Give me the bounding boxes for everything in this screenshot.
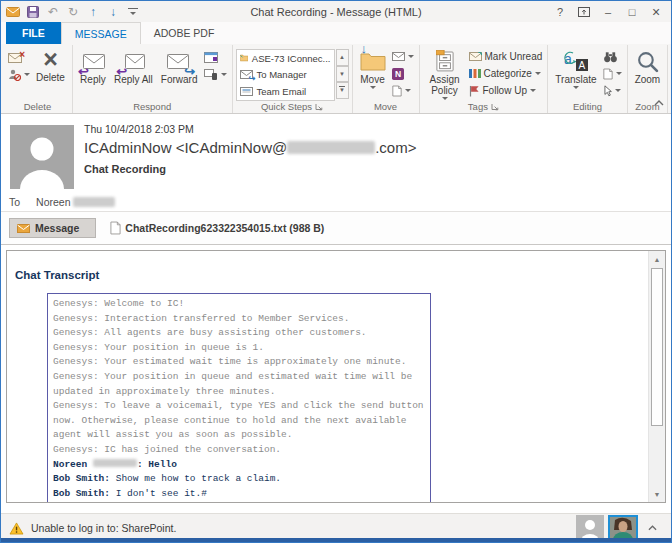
tags-dialog-launcher[interactable] — [491, 103, 499, 111]
chevron-up-icon — [648, 525, 657, 531]
window-bottom-border — [1, 538, 671, 542]
forward-button[interactable]: ↪ Forward — [157, 46, 202, 85]
to-label: To — [9, 196, 20, 208]
zoom-button[interactable]: Zoom — [631, 46, 665, 85]
body-scrollbar[interactable]: ▲ ▼ — [648, 251, 665, 502]
mail-icon — [4, 3, 22, 21]
select-button[interactable] — [601, 82, 624, 99]
message-envelope-icon — [17, 224, 30, 233]
person-silhouette-icon — [10, 125, 74, 189]
sender-address[interactable]: ICAdminNow <ICAdminNow@.com> — [84, 139, 671, 156]
quick-step-ase73[interactable]: ASE-73 IConnec... — [237, 50, 334, 67]
chevron-up-icon — [654, 100, 664, 106]
chevron-down-icon — [24, 73, 30, 76]
redacted-participant-lastname — [93, 459, 137, 467]
chevron-down-icon — [370, 86, 376, 89]
outlook-message-window: ↶ ↻ ↑ ↓ Chat Recording - Message (HTML) … — [0, 0, 672, 543]
redo-button[interactable]: ↻ — [64, 3, 82, 21]
group-label-tags: Tags — [468, 101, 488, 112]
help-button[interactable]: ? — [548, 2, 572, 21]
related-button[interactable] — [601, 65, 624, 82]
close-button[interactable]: × — [644, 2, 668, 21]
tab-adobe-pdf[interactable]: ADOBE PDF — [141, 22, 228, 44]
document-icon — [392, 85, 402, 97]
recipient-name[interactable]: Noreen — [36, 196, 115, 208]
rules-button[interactable] — [390, 48, 416, 65]
mark-unread-button[interactable]: Mark Unread — [467, 48, 545, 65]
message-view-tab[interactable]: Message — [9, 218, 96, 238]
undo-button[interactable]: ↶ — [44, 3, 62, 21]
txt-file-icon — [110, 221, 121, 235]
rules-icon — [392, 52, 405, 61]
scroll-down-button[interactable]: ▼ — [649, 486, 665, 502]
scrollbar-thumb[interactable] — [651, 268, 663, 426]
transcript-line: Genesys: Welcome to IC! — [53, 297, 425, 312]
ignore-button[interactable]: × — [6, 49, 32, 66]
binoculars-icon — [603, 51, 618, 63]
transcript-line: Genesys: Your position in queue and esti… — [53, 370, 425, 399]
ignore-icon: × — [8, 53, 22, 63]
quick-step-to-manager[interactable]: ↪ To Manager — [237, 67, 334, 84]
delete-button[interactable]: × Delete — [32, 46, 69, 83]
svg-text:A: A — [578, 60, 585, 71]
translate-button[interactable]: aA Translate — [551, 46, 600, 89]
collapse-people-pane-button[interactable] — [642, 525, 663, 531]
customize-qat-button[interactable] — [124, 3, 142, 21]
policy-cabinet-icon — [436, 50, 454, 72]
delete-x-icon: × — [43, 48, 58, 70]
ribbon-group-delete: × × Delete Delete — [3, 45, 73, 113]
sender-avatar[interactable] — [10, 125, 74, 189]
maximize-button[interactable]: □ — [620, 2, 644, 21]
quick-step-team-email[interactable]: Team Email — [237, 83, 334, 100]
chevron-down-icon — [535, 72, 541, 75]
collapse-ribbon-button[interactable] — [654, 92, 664, 110]
save-button[interactable] — [24, 3, 42, 21]
quick-steps-scroll-up[interactable]: ▲ — [336, 49, 349, 66]
transcript-line: Genesys: To leave a voicemail, type YES … — [53, 399, 425, 443]
im-button[interactable] — [202, 66, 229, 83]
transcript-line: Noreen : Hello — [53, 458, 425, 473]
scroll-up-button[interactable]: ▲ — [649, 251, 665, 267]
email-icon — [240, 87, 253, 96]
transcript-line: Bob Smith: I don't see it.# — [53, 487, 425, 502]
message-header: Thu 10/4/2018 2:03 PM ICAdminNow <ICAdmi… — [1, 114, 671, 212]
redacted-domain — [287, 141, 375, 154]
ribbon-group-quick-steps: ASE-73 IConnec... ↪ To Manager Team Emai… — [233, 45, 353, 113]
ribbon-display-options-button[interactable] — [572, 2, 596, 21]
find-button[interactable] — [601, 48, 624, 65]
chat-transcript-box: Genesys: Welcome to IC! Genesys: Interac… — [47, 293, 431, 503]
minimize-button[interactable]: – — [596, 2, 620, 21]
actions-button[interactable] — [390, 82, 416, 99]
reply-all-button[interactable]: ↩ Reply All — [110, 46, 157, 85]
quick-steps-more-button[interactable]: ▼ — [336, 82, 349, 99]
meeting-icon — [204, 52, 218, 63]
reply-button[interactable]: ↩ Reply — [76, 46, 110, 85]
quick-steps-dialog-launcher[interactable] — [315, 103, 323, 111]
contact-photo — [610, 517, 636, 540]
tab-message[interactable]: MESSAGE — [61, 22, 141, 44]
meeting-button[interactable] — [202, 49, 229, 66]
im-icon — [204, 69, 218, 80]
move-button[interactable]: ↓ Move — [356, 46, 390, 89]
junk-button[interactable] — [6, 66, 32, 83]
chevron-down-icon — [405, 89, 411, 92]
tab-file[interactable]: FILE — [6, 22, 61, 44]
categorize-button[interactable]: Categorize — [467, 65, 545, 82]
onenote-button[interactable]: N — [390, 65, 416, 82]
group-label-quick-steps: Quick Steps — [261, 101, 312, 112]
related-document-icon — [603, 68, 613, 80]
ribbon-group-editing: aA Translate — [548, 45, 627, 113]
previous-item-button[interactable]: ↑ — [84, 3, 102, 21]
chevron-down-icon — [221, 73, 227, 76]
next-item-button[interactable]: ↓ — [104, 3, 122, 21]
group-label-editing: Editing — [551, 99, 623, 113]
attachment-item[interactable]: ChatRecording623322354015.txt (988 B) — [110, 221, 324, 235]
ribbon-group-respond: ↩ Reply ↩ Reply All ↪ Forward — [73, 45, 233, 113]
chevron-down-icon — [615, 89, 621, 92]
assign-policy-button[interactable]: Assign Policy — [423, 46, 467, 100]
transcript-line: Genesys: IC has joined the conversation. — [53, 443, 425, 458]
follow-up-button[interactable]: Follow Up — [467, 82, 545, 99]
quick-steps-scroll-down[interactable]: ▼ — [336, 66, 349, 83]
chevron-down-icon — [130, 12, 136, 15]
group-label-respond: Respond — [76, 99, 229, 113]
